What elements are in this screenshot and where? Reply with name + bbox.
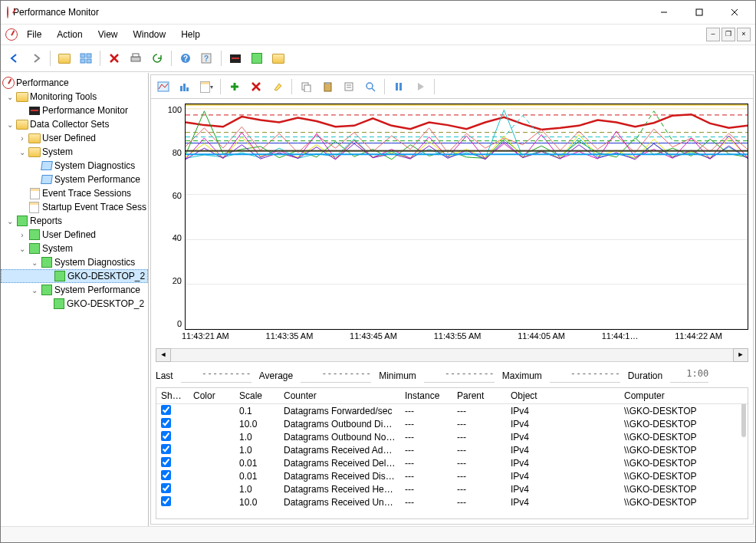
tree-node[interactable]: System [42, 243, 73, 254]
table-row[interactable]: 1.0Datagrams Received Addr…------IPv4\\G… [156, 443, 748, 456]
mdi-close[interactable]: × [737, 28, 751, 41]
table-row[interactable]: 1.0Datagrams Received Hea…------IPv4\\GK… [156, 482, 748, 495]
tree-node[interactable]: Performance Monitor [42, 105, 128, 116]
show-checkbox[interactable] [161, 405, 171, 415]
stat-last: --------- [181, 368, 251, 383]
highlight-button[interactable] [268, 77, 287, 96]
cell-counter: Datagrams Outbound Dis… [279, 418, 400, 430]
show-checkbox[interactable] [161, 496, 171, 506]
chart-icon[interactable] [226, 49, 245, 67]
table-header[interactable]: Show Color Scale Counter Instance Parent… [156, 388, 748, 404]
back-button[interactable] [5, 49, 24, 67]
cell-counter: Datagrams Received Deliv… [279, 457, 400, 469]
chart-x-axis: 11:43:21 AM 11:43:35 AM 11:43:45 AM 11:4… [156, 330, 748, 345]
tree-node[interactable]: System Performance [54, 285, 140, 295]
chart-plot-area[interactable] [185, 104, 748, 330]
tree-node[interactable]: User Defined [42, 229, 96, 240]
menu-action[interactable]: Action [51, 28, 88, 41]
help-button[interactable]: ? [176, 49, 195, 67]
menu-view[interactable]: View [92, 28, 124, 41]
print-button[interactable] [127, 49, 145, 67]
freeze-button[interactable] [390, 77, 408, 96]
show-checkbox[interactable] [161, 470, 171, 480]
col-object: Object [506, 390, 620, 402]
cell-counter: Datagrams Received Unk… [279, 496, 400, 508]
scroll-track[interactable] [171, 348, 733, 362]
tree-node[interactable]: System Performance [54, 174, 140, 185]
menu-window[interactable]: Window [127, 28, 173, 41]
menu-help[interactable]: Help [175, 28, 206, 41]
tree-node[interactable]: Monitoring Tools [30, 91, 97, 102]
table-row[interactable]: 10.0Datagrams Outbound Dis…------IPv4\\G… [156, 417, 748, 430]
chart-time-scrollbar[interactable]: ◄ ► [156, 348, 748, 362]
copy-button[interactable] [297, 77, 315, 96]
tree-node[interactable]: GKO-DESKTOP_2 [67, 298, 144, 309]
statusbar [1, 526, 755, 542]
tree-node[interactable]: Data Collector Sets [30, 119, 109, 130]
close-button[interactable] [717, 2, 752, 23]
scroll-right-button[interactable]: ► [733, 348, 748, 362]
add-counter-button[interactable] [225, 77, 244, 96]
show-checkbox[interactable] [161, 444, 171, 454]
paste-button[interactable] [318, 77, 337, 96]
menu-file[interactable]: File [21, 28, 48, 41]
refresh-button[interactable] [148, 49, 166, 67]
table-row[interactable]: 0.01Datagrams Received Deliv…------IPv4\… [156, 456, 748, 469]
view-report-button[interactable]: ▾ [197, 77, 215, 96]
view-histogram-button[interactable] [176, 77, 194, 96]
update-button[interactable] [411, 77, 429, 96]
table-row[interactable]: 10.0Datagrams Received Unk…------IPv4\\G… [156, 495, 748, 508]
svg-rect-34 [399, 83, 402, 90]
show-checkbox[interactable] [161, 431, 171, 441]
cell-computer: \\GKO-DESKTOP [620, 470, 712, 482]
cell-object: IPv4 [506, 418, 620, 430]
table-body[interactable]: 0.1Datagrams Forwarded/sec------IPv4\\GK… [156, 404, 748, 512]
table-row[interactable]: 1.0Datagrams Outbound No…------IPv4\\GKO… [156, 430, 748, 443]
show-checkbox[interactable] [161, 457, 171, 467]
zoom-button[interactable] [361, 77, 380, 96]
view-chart-button[interactable] [154, 77, 173, 96]
tree-node[interactable]: System Diagnostics [54, 257, 135, 268]
twisty-icon[interactable]: ⌄ [5, 93, 15, 101]
tree-node[interactable]: System Diagnostics [54, 160, 135, 171]
properties-tiles-button[interactable] [77, 49, 95, 67]
cell-parent: --- [452, 431, 506, 443]
tree-node[interactable]: Event Trace Sessions [42, 188, 131, 199]
performance-chart[interactable]: 100 80 60 40 20 0 [156, 104, 748, 362]
folder-icon[interactable] [269, 49, 288, 67]
mdi-restore[interactable]: ❐ [721, 28, 735, 41]
svg-point-31 [366, 83, 373, 89]
svg-rect-7 [87, 59, 91, 63]
counter-table[interactable]: Show Color Scale Counter Instance Parent… [156, 387, 748, 519]
show-checkbox[interactable] [161, 483, 171, 493]
minimize-button[interactable] [646, 2, 682, 23]
table-row[interactable]: 0.1Datagrams Forwarded/sec------IPv4\\GK… [156, 404, 748, 417]
tree-node-selected[interactable]: GKO-DESKTOP_2 [1, 269, 148, 283]
show-hide-tree-button[interactable] [55, 49, 74, 67]
tree-node[interactable]: Reports [30, 216, 62, 226]
remove-counter-button[interactable] [247, 77, 265, 96]
tree-node[interactable]: Startup Event Trace Sess [42, 202, 146, 212]
table-row[interactable]: 0.01Datagrams Received Disc…------IPv4\\… [156, 469, 748, 482]
tree-node[interactable]: User Defined [42, 133, 96, 143]
navigation-tree[interactable]: Performance ⌄Monitoring Tools Performanc… [1, 73, 149, 526]
tree-root[interactable]: Performance [1, 76, 148, 90]
properties-button[interactable] [340, 77, 358, 96]
context-help-button[interactable]: ? [198, 49, 216, 67]
tree-node[interactable]: System [42, 146, 73, 157]
delete-button[interactable] [105, 49, 123, 67]
show-checkbox[interactable] [161, 418, 171, 428]
col-instance: Instance [400, 390, 452, 402]
cell-parent: --- [452, 405, 506, 417]
forward-button[interactable] [27, 49, 45, 67]
svg-line-32 [372, 88, 375, 91]
cell-parent: --- [452, 470, 506, 482]
scroll-left-button[interactable]: ◄ [156, 348, 171, 362]
mdi-minimize[interactable]: – [706, 28, 720, 41]
app-icon [7, 7, 8, 18]
report-icon[interactable] [248, 49, 266, 67]
maximize-button[interactable] [682, 2, 717, 23]
cell-scale: 1.0 [235, 444, 279, 456]
svg-text:?: ? [204, 54, 209, 63]
svg-rect-11 [133, 54, 139, 57]
